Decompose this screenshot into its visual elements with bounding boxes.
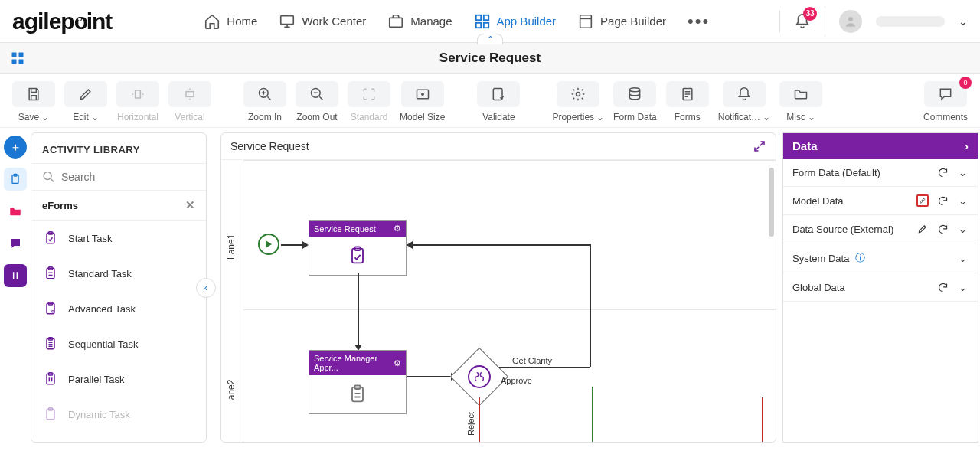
search-icon [42,170,55,184]
data-row-data-source[interactable]: Data Source (External) ⌄ [783,215,978,243]
expand-icon[interactable] [753,139,766,153]
search-input[interactable] [61,171,195,183]
tool-properties[interactable]: Properties⌄ [552,81,604,123]
briefcase-icon [387,13,404,30]
data-row-global-data[interactable]: Global Data ⌄ [783,273,978,302]
flow-edge [358,273,359,346]
bell-icon [737,87,752,102]
apps-grid-icon[interactable] [11,51,24,65]
condition-icon [473,371,485,383]
forms-icon [680,87,695,102]
scrollbar[interactable] [769,168,774,237]
tool-zoom-in[interactable]: Zoom In [243,81,286,123]
canvas-title: Service Request [230,140,309,152]
zoom-out-icon [309,87,325,102]
lib-item-parallel-task[interactable]: Parallel Task [31,361,206,397]
user-name [876,16,945,27]
rail-clipboard-button[interactable] [4,168,27,191]
data-row-system-data[interactable]: System Data ⓘ ⌄ [783,243,978,273]
library-section-eforms[interactable]: eForms ✕ [31,191,206,221]
play-icon [265,240,273,248]
tool-zoom-out[interactable]: Zoom Out [296,81,338,123]
data-row-form-data[interactable]: Form Data (Default) ⌄ [783,159,978,187]
columns-icon [10,270,21,281]
lib-item-sequential-task[interactable]: Sequential Task [31,326,206,361]
info-icon[interactable]: ⓘ [855,251,865,265]
page-icon [577,13,594,30]
chevron-down-icon[interactable]: ⌄ [956,281,969,293]
nav-page-builder[interactable]: Page Builder [577,13,666,30]
chevron-down-icon[interactable]: ⌄ [956,223,969,235]
page-title: Service Request [439,51,541,66]
clipboard-icon [42,265,59,282]
chat-icon [8,237,22,250]
folder-icon [8,204,22,218]
nav-manage[interactable]: Manage [387,13,452,30]
close-icon[interactable]: ✕ [185,198,195,212]
lib-item-advanced-task[interactable]: Advanced Task [31,291,206,326]
edit-icon[interactable] [916,223,929,235]
logo: agilepoint [12,8,112,34]
tool-vertical[interactable]: Vertical [168,81,211,123]
folder-icon [793,87,808,102]
nav-home[interactable]: Home [204,13,257,30]
notifications-button[interactable]: 33 [794,13,811,30]
data-panel-header[interactable]: Data › [783,133,978,159]
chevron-down-icon[interactable]: ⌄ [956,194,969,207]
chevron-down-icon: ⌄ [808,112,815,123]
tool-form-data[interactable]: Form Data [613,81,657,123]
start-node[interactable] [258,234,279,255]
tool-edit[interactable]: Edit⌄ [64,81,107,123]
flow-edge [497,367,590,368]
lib-item-standard-task[interactable]: Standard Task [31,256,206,291]
data-row-model-data[interactable]: Model Data ⌄ [783,187,978,215]
lib-item-start-task[interactable]: Start Task [31,221,206,256]
svg-rect-5 [483,22,488,27]
collapse-library-button[interactable]: ‹ [196,278,216,298]
rail-chat-button[interactable] [4,232,27,255]
chevron-down-icon[interactable]: ⌄ [956,166,969,178]
refresh-icon[interactable] [936,281,949,293]
tool-misc[interactable]: Misc⌄ [779,81,822,123]
gear-icon [570,87,586,102]
tool-save[interactable]: Save⌄ [12,81,55,123]
nav-work-center[interactable]: Work Center [279,13,366,30]
tool-notifications[interactable]: Notificat…⌄ [718,81,770,123]
rail-folder-button[interactable] [4,200,27,223]
tool-model-size[interactable]: Model Size [400,81,445,123]
chevron-down-icon: ⌄ [763,112,770,123]
monitor-icon [279,13,296,30]
tool-validate[interactable]: Validate [477,81,520,123]
chevron-down-icon[interactable]: ⌄ [956,252,969,264]
nav-label: Manage [410,15,452,28]
avatar[interactable] [839,10,862,33]
svg-rect-1 [390,18,403,27]
gear-icon[interactable]: ⚙ [394,224,401,234]
gear-icon[interactable]: ⚙ [394,358,401,368]
collapse-header-tab[interactable]: ⌃ [477,34,503,44]
database-icon [627,87,642,102]
user-icon [844,15,858,28]
node-service-request[interactable]: Service Request⚙ [309,220,407,276]
lib-item-dynamic-task[interactable]: Dynamic Task [31,397,206,432]
node-service-manager[interactable]: Service Manager Appr...⚙ [309,350,407,414]
rail-columns-button[interactable] [4,264,27,287]
refresh-icon[interactable] [936,194,949,207]
tool-forms[interactable]: Forms [666,81,709,123]
library-items: Start Task Standard Task Advanced Task S… [31,221,206,432]
chevron-down-icon[interactable]: ⌄ [959,15,968,28]
tool-standard[interactable]: Standard [348,81,390,123]
align-horizontal-icon [130,87,145,102]
edit-icon[interactable] [916,194,929,207]
refresh-icon[interactable] [936,166,949,178]
nav-app-builder[interactable]: App Builder [474,13,557,30]
nav-more[interactable]: ••• [688,11,710,31]
process-canvas: Service Request Lane1 Lane2 Service Requ… [220,132,776,443]
tool-comments[interactable]: Comments [923,81,968,123]
library-search[interactable] [31,163,206,191]
refresh-icon[interactable] [936,223,949,235]
rail-add-button[interactable]: ＋ [4,136,27,159]
tool-horizontal[interactable]: Horizontal [116,81,159,123]
svg-point-17 [421,93,423,96]
canvas-area[interactable]: Lane1 Lane2 Service Request⚙ [221,160,776,442]
